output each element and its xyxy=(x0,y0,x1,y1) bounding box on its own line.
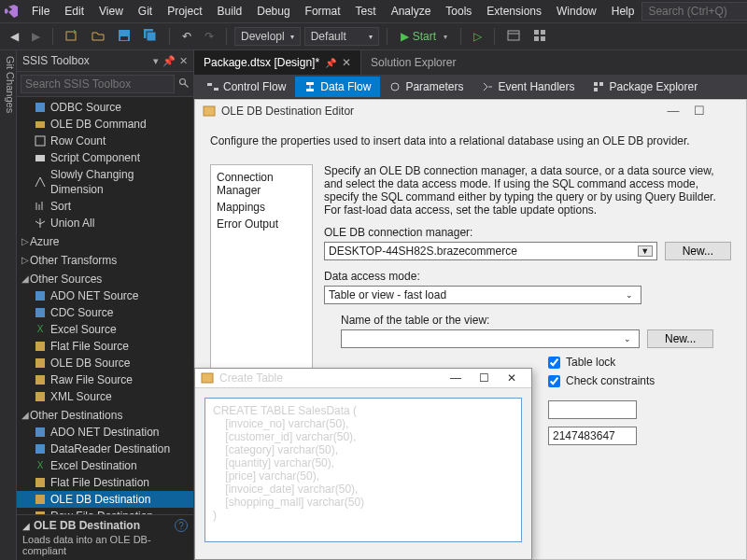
list-item[interactable]: Flat File Destination xyxy=(17,474,193,491)
window-max-icon[interactable]: ☐ xyxy=(686,104,712,118)
list-item[interactable]: Flat File Source xyxy=(17,338,193,355)
list-item[interactable]: Sort xyxy=(17,198,193,215)
sql-textarea[interactable]: CREATE TABLE SalesData ( [invoice_no] va… xyxy=(204,398,522,542)
help-title: OLE DB Destination xyxy=(34,519,140,532)
tab-package-explorer[interactable]: Package Explorer xyxy=(584,77,707,97)
list-item[interactable]: XExcel Source xyxy=(17,321,193,338)
list-item[interactable]: XML Source xyxy=(17,388,193,405)
sidebar-item-mappings[interactable]: Mappings xyxy=(217,199,306,216)
cat-azure[interactable]: ▷Azure xyxy=(17,233,193,250)
git-changes-tab[interactable]: Git Changes xyxy=(0,50,17,560)
menu-file[interactable]: File xyxy=(24,5,57,18)
menu-analyze[interactable]: Analyze xyxy=(384,5,439,18)
list-item[interactable]: OLE DB Source xyxy=(17,355,193,371)
list-item[interactable]: Row Count xyxy=(17,133,193,149)
nav-fwd-icon[interactable]: ▶ xyxy=(27,27,45,46)
tab-event-handlers[interactable]: Event Handlers xyxy=(472,77,584,97)
pin-icon[interactable]: 📌 xyxy=(325,58,336,68)
cat-other-destinations[interactable]: ◢Other Destinations xyxy=(17,407,193,424)
mode-combo[interactable]: Table or view - fast load⌄ xyxy=(324,286,641,304)
tab-solution-explorer[interactable]: Solution Explorer xyxy=(360,50,465,75)
chevron-down-icon[interactable]: ▼ xyxy=(638,245,653,257)
search-input[interactable] xyxy=(641,2,747,21)
menu-help[interactable]: Help xyxy=(604,5,642,18)
help-collapse-icon[interactable]: ◢ xyxy=(22,521,30,531)
menu-test[interactable]: Test xyxy=(348,5,384,18)
platform-combo[interactable]: Default▾ xyxy=(304,27,379,46)
nav-back-icon[interactable]: ◀ xyxy=(6,27,23,46)
list-item[interactable]: ODBC Source xyxy=(17,99,193,116)
browser-icon[interactable] xyxy=(502,26,525,48)
list-item[interactable]: Union All xyxy=(17,215,193,231)
list-item[interactable]: ADO NET Destination xyxy=(17,424,193,441)
list-item-oledb-dest[interactable]: OLE DB Destination xyxy=(17,491,193,508)
grid-icon[interactable] xyxy=(529,26,551,48)
menu-tools[interactable]: Tools xyxy=(438,5,479,18)
new-project-icon[interactable] xyxy=(61,26,83,48)
dialog-min-icon[interactable]: — xyxy=(442,371,470,385)
svg-rect-43 xyxy=(202,373,213,383)
redo-icon[interactable]: ↷ xyxy=(200,27,218,46)
panel-dropdown-icon[interactable]: ▾ xyxy=(153,55,159,67)
tab-control-flow[interactable]: Control Flow xyxy=(198,77,295,97)
list-item[interactable]: Slowly Changing Dimension xyxy=(17,166,193,198)
start-button[interactable]: ▶Start▾ xyxy=(395,28,453,45)
maxrows-input[interactable]: 2147483647 xyxy=(548,427,637,445)
sidebar-item-error[interactable]: Error Output xyxy=(217,216,306,232)
checkconstraints-checkbox[interactable] xyxy=(548,375,560,387)
tab-data-flow[interactable]: Data Flow xyxy=(295,77,380,97)
close-icon[interactable]: ✕ xyxy=(342,56,351,69)
menu-window[interactable]: Window xyxy=(549,5,604,18)
cat-other-sources[interactable]: ◢Other Sources xyxy=(17,271,193,287)
list-item[interactable]: CDC Source xyxy=(17,304,193,321)
svg-rect-10 xyxy=(541,30,545,35)
tab-package[interactable]: Package.dtsx [Design]*📌✕ xyxy=(194,50,360,75)
menu-git[interactable]: Git xyxy=(131,5,160,18)
list-item[interactable]: XExcel Destination xyxy=(17,457,193,474)
svg-rect-28 xyxy=(35,495,45,504)
menu-debug[interactable]: Debug xyxy=(249,5,297,18)
svg-rect-34 xyxy=(214,88,218,91)
list-item[interactable]: ADO NET Source xyxy=(17,287,193,304)
panel-pin-icon[interactable]: 📌 xyxy=(162,55,176,67)
save-all-icon[interactable] xyxy=(139,26,162,48)
chevron-down-icon[interactable]: ⌄ xyxy=(620,334,635,343)
doc-tabs: Package.dtsx [Design]*📌✕ Solution Explor… xyxy=(194,50,747,75)
menu-build[interactable]: Build xyxy=(210,5,250,18)
list-item[interactable]: OLE DB Command xyxy=(17,116,193,133)
cat-other-transforms[interactable]: ▷Other Transforms xyxy=(17,252,193,269)
toolbox-search-icon[interactable] xyxy=(178,77,190,91)
tab-parameters[interactable]: Parameters xyxy=(380,77,472,97)
help-info-icon[interactable]: ? xyxy=(175,519,188,532)
start-wo-debug-icon[interactable]: ▷ xyxy=(469,27,486,46)
dialog-max-icon[interactable]: ☐ xyxy=(470,371,498,385)
tablelock-checkbox[interactable] xyxy=(548,357,560,369)
undo-icon[interactable]: ↶ xyxy=(177,27,196,46)
chevron-down-icon[interactable]: ⌄ xyxy=(622,290,637,300)
list-item[interactable]: Raw File Destination xyxy=(17,508,193,514)
sidebar-item-connection[interactable]: Connection Manager xyxy=(217,169,306,199)
svg-rect-22 xyxy=(35,358,45,368)
conn-new-button[interactable]: New... xyxy=(665,242,731,260)
list-item[interactable]: Raw File Source xyxy=(17,371,193,388)
panel-title: SSIS Toolbox ▾ 📌 ✕ xyxy=(17,50,193,71)
blank-input[interactable] xyxy=(548,400,637,419)
list-item[interactable]: Script Component xyxy=(17,149,193,166)
table-new-button[interactable]: New... xyxy=(647,329,713,348)
window-min-icon[interactable]: — xyxy=(660,104,686,118)
menu-project[interactable]: Project xyxy=(160,5,209,18)
list-item[interactable]: DataReader Destination xyxy=(17,441,193,457)
menu-view[interactable]: View xyxy=(92,5,131,18)
conn-combo[interactable]: DESKTOP-44SH82S.brazecommerce▼ xyxy=(324,242,657,260)
table-combo[interactable]: ⌄ xyxy=(341,329,640,348)
menu-extensions[interactable]: Extensions xyxy=(479,5,549,18)
save-icon[interactable] xyxy=(113,26,135,48)
config-combo[interactable]: Developl▾ xyxy=(234,27,301,46)
menu-format[interactable]: Format xyxy=(298,5,348,18)
menu-edit[interactable]: Edit xyxy=(57,5,92,18)
toolbox-search-input[interactable] xyxy=(21,75,175,93)
panel-close-icon[interactable]: ✕ xyxy=(179,55,188,67)
open-icon[interactable] xyxy=(87,26,109,48)
svg-rect-36 xyxy=(306,89,314,91)
dialog-close-icon[interactable]: ✕ xyxy=(498,371,526,385)
